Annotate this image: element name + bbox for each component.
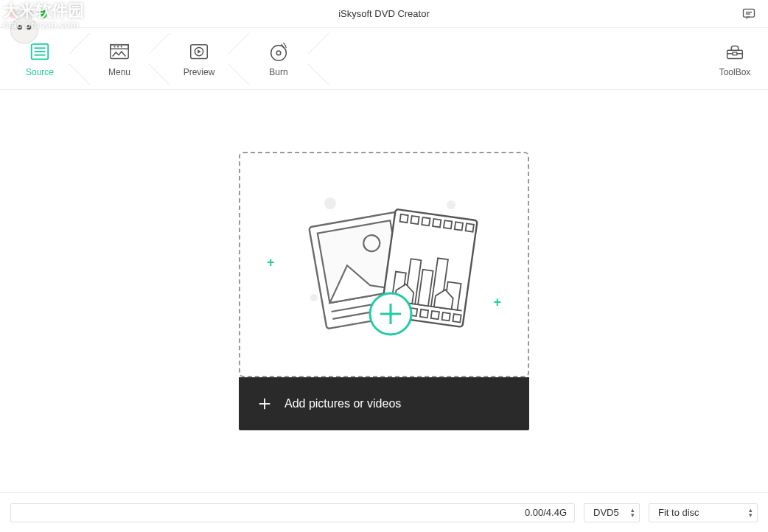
disc-type-value: DVD5 [593, 507, 619, 518]
svg-rect-37 [466, 223, 474, 231]
svg-rect-34 [433, 219, 441, 227]
toolbox-button[interactable]: ToolBox [702, 28, 768, 90]
svg-point-23 [447, 200, 455, 209]
updown-icon: ▴▾ [749, 508, 753, 518]
svg-point-17 [271, 45, 287, 60]
titlebar: iSkysoft DVD Creator [0, 0, 768, 28]
close-window-button[interactable] [9, 10, 18, 18]
add-media-button[interactable]: Add pictures or videos [239, 377, 529, 430]
size-progress: 0.00/4.4G [10, 503, 575, 522]
svg-rect-41 [420, 309, 428, 318]
svg-rect-21 [733, 52, 737, 55]
svg-rect-42 [431, 311, 439, 319]
svg-point-13 [117, 46, 119, 47]
svg-rect-35 [444, 220, 452, 228]
step-source[interactable]: Source [0, 28, 80, 90]
fit-mode-value: Fit to disc [658, 507, 699, 518]
svg-rect-31 [399, 214, 408, 223]
minimize-window-button[interactable] [24, 10, 32, 18]
menu-icon [108, 41, 130, 63]
step-label: Menu [108, 67, 130, 77]
size-progress-text: 0.00/4.4G [525, 507, 567, 518]
footer-bar: 0.00/4.4G DVD5 ▴▾ Fit to disc ▴▾ [0, 492, 768, 532]
main-area: + + [0, 90, 768, 492]
svg-rect-32 [411, 216, 419, 224]
feedback-button[interactable] [741, 7, 756, 21]
burn-icon [268, 41, 290, 63]
add-media-label: Add pictures or videos [284, 397, 401, 410]
svg-point-22 [324, 197, 336, 209]
svg-rect-43 [441, 312, 450, 321]
window-controls [9, 10, 47, 18]
disc-type-select[interactable]: DVD5 ▴▾ [584, 503, 640, 522]
updown-icon: ▴▾ [631, 508, 635, 518]
step-label: Source [26, 67, 54, 77]
step-menu[interactable]: Menu [80, 28, 159, 90]
svg-rect-36 [455, 222, 463, 230]
preview-icon [188, 41, 210, 63]
svg-point-12 [114, 46, 115, 47]
svg-rect-33 [422, 217, 430, 225]
fit-mode-select[interactable]: Fit to disc ▴▾ [649, 503, 758, 522]
step-label: Burn [269, 67, 287, 77]
step-burn[interactable]: Burn [239, 28, 318, 90]
svg-point-24 [310, 294, 318, 301]
svg-point-18 [276, 51, 281, 55]
step-nav: Source Menu Preview Burn [0, 28, 768, 90]
toolbox-label: ToolBox [719, 67, 751, 77]
svg-rect-11 [111, 44, 128, 49]
dropzone[interactable]: + + [239, 152, 529, 430]
dropzone-illustration [284, 187, 484, 342]
plus-icon [256, 396, 273, 412]
svg-rect-44 [453, 314, 461, 322]
maximize-window-button[interactable] [38, 10, 47, 18]
svg-point-14 [121, 46, 122, 47]
dropzone-dashed: + + [239, 152, 529, 377]
step-label: Preview [184, 67, 215, 77]
plus-decoration-icon: + [267, 255, 275, 270]
step-preview[interactable]: Preview [159, 28, 239, 90]
svg-rect-0 [744, 9, 755, 17]
plus-decoration-icon: + [493, 295, 501, 310]
app-title: iSkysoft DVD Creator [338, 8, 430, 19]
toolbox-icon [724, 41, 746, 63]
source-icon [29, 41, 51, 63]
